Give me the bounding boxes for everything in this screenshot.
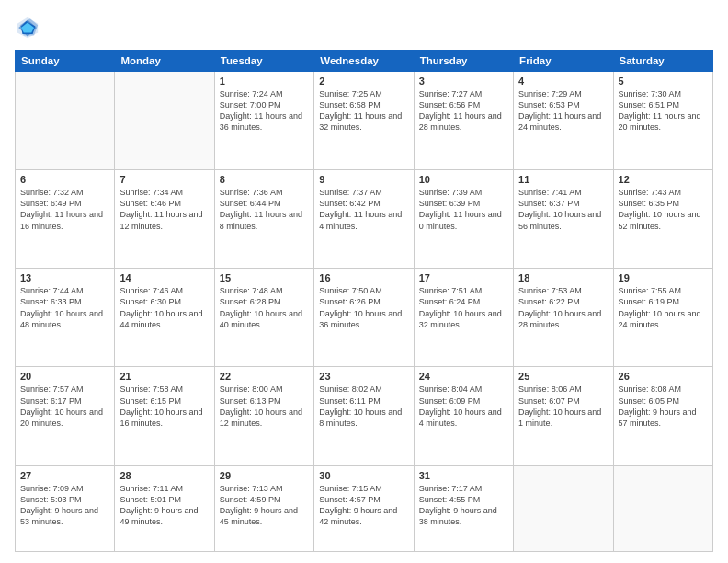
day-number: 16 — [319, 272, 408, 283]
calendar-cell: 20Sunrise: 7:57 AMSunset: 6:17 PMDayligh… — [16, 367, 115, 465]
day-number: 15 — [220, 272, 309, 283]
day-number: 11 — [518, 174, 608, 185]
day-info: Sunset: 7:00 PM — [220, 99, 309, 110]
day-number: 22 — [220, 371, 309, 382]
day-header-friday: Friday — [514, 51, 613, 72]
day-info: Sunset: 6:39 PM — [419, 198, 508, 209]
day-info: Daylight: 10 hours and 20 minutes. — [20, 407, 109, 429]
week-row-3: 13Sunrise: 7:44 AMSunset: 6:33 PMDayligh… — [16, 269, 713, 367]
day-number: 28 — [119, 470, 209, 481]
day-info: Sunrise: 8:08 AM — [619, 384, 708, 395]
calendar-cell — [613, 465, 712, 552]
day-info: Daylight: 10 hours and 24 minutes. — [619, 308, 708, 330]
day-info: Sunrise: 7:58 AM — [119, 384, 209, 395]
day-info: Daylight: 9 hours and 49 minutes. — [119, 505, 209, 527]
day-header-tuesday: Tuesday — [214, 51, 313, 72]
day-number: 13 — [20, 272, 109, 283]
day-info: Daylight: 10 hours and 1 minute. — [518, 407, 608, 429]
day-info: Daylight: 9 hours and 45 minutes. — [220, 505, 309, 527]
calendar-cell: 12Sunrise: 7:43 AMSunset: 6:35 PMDayligh… — [613, 170, 712, 269]
calendar-cell: 22Sunrise: 8:00 AMSunset: 6:13 PMDayligh… — [214, 367, 313, 465]
week-row-5: 27Sunrise: 7:09 AMSunset: 5:03 PMDayligh… — [16, 465, 713, 552]
day-number: 6 — [20, 174, 109, 185]
calendar-cell: 2Sunrise: 7:25 AMSunset: 6:58 PMDaylight… — [314, 72, 414, 170]
day-info: Daylight: 9 hours and 42 minutes. — [319, 505, 408, 527]
day-number: 14 — [119, 272, 209, 283]
calendar-cell: 27Sunrise: 7:09 AMSunset: 5:03 PMDayligh… — [16, 465, 115, 552]
day-info: Sunrise: 7:25 AM — [319, 88, 408, 99]
day-info: Sunset: 6:17 PM — [20, 396, 109, 407]
day-header-monday: Monday — [115, 51, 214, 72]
day-number: 20 — [20, 371, 109, 382]
calendar-cell: 30Sunrise: 7:15 AMSunset: 4:57 PMDayligh… — [314, 465, 414, 552]
day-number: 27 — [20, 470, 109, 481]
calendar-cell: 23Sunrise: 8:02 AMSunset: 6:11 PMDayligh… — [314, 367, 414, 465]
day-info: Sunset: 6:51 PM — [619, 99, 708, 110]
day-info: Sunrise: 7:24 AM — [220, 88, 309, 99]
day-info: Sunset: 6:09 PM — [419, 396, 508, 407]
day-info: Daylight: 11 hours and 16 minutes. — [20, 209, 109, 231]
day-info: Sunset: 6:26 PM — [319, 296, 408, 307]
day-info: Sunset: 6:42 PM — [319, 198, 408, 209]
day-number: 26 — [619, 371, 708, 382]
day-number: 21 — [119, 371, 209, 382]
calendar-cell: 19Sunrise: 7:55 AMSunset: 6:19 PMDayligh… — [613, 269, 712, 367]
day-info: Sunset: 6:24 PM — [419, 296, 508, 307]
day-number: 30 — [319, 470, 408, 481]
day-info: Sunset: 6:35 PM — [619, 198, 708, 209]
day-info: Sunset: 6:58 PM — [319, 99, 408, 110]
page: SundayMondayTuesdayWednesdayThursdayFrid… — [0, 0, 728, 563]
day-info: Sunrise: 7:50 AM — [319, 285, 408, 296]
day-info: Sunset: 6:19 PM — [619, 296, 708, 307]
day-number: 9 — [319, 174, 408, 185]
day-info: Daylight: 11 hours and 36 minutes. — [220, 110, 309, 132]
day-info: Daylight: 11 hours and 8 minutes. — [220, 209, 309, 231]
day-info: Daylight: 10 hours and 40 minutes. — [220, 308, 309, 330]
day-info: Sunrise: 7:48 AM — [220, 285, 309, 296]
day-info: Daylight: 10 hours and 44 minutes. — [119, 308, 209, 330]
calendar-cell: 16Sunrise: 7:50 AMSunset: 6:26 PMDayligh… — [314, 269, 414, 367]
calendar-cell: 24Sunrise: 8:04 AMSunset: 6:09 PMDayligh… — [414, 367, 513, 465]
calendar-cell — [115, 72, 214, 170]
calendar-cell: 17Sunrise: 7:51 AMSunset: 6:24 PMDayligh… — [414, 269, 513, 367]
day-info: Sunset: 6:22 PM — [518, 296, 608, 307]
calendar-cell: 31Sunrise: 7:17 AMSunset: 4:55 PMDayligh… — [414, 465, 513, 552]
calendar-table: SundayMondayTuesdayWednesdayThursdayFrid… — [15, 50, 713, 552]
day-number: 17 — [419, 272, 508, 283]
day-info: Daylight: 11 hours and 28 minutes. — [419, 110, 508, 132]
calendar-cell: 15Sunrise: 7:48 AMSunset: 6:28 PMDayligh… — [214, 269, 313, 367]
calendar-cell: 4Sunrise: 7:29 AMSunset: 6:53 PMDaylight… — [514, 72, 613, 170]
day-info: Sunrise: 7:17 AM — [419, 483, 508, 494]
day-info: Sunrise: 7:57 AM — [20, 384, 109, 395]
day-number: 12 — [619, 174, 708, 185]
day-info: Sunset: 6:33 PM — [20, 296, 109, 307]
day-info: Daylight: 10 hours and 56 minutes. — [518, 209, 608, 231]
day-info: Daylight: 10 hours and 52 minutes. — [619, 209, 708, 231]
day-info: Sunrise: 7:15 AM — [319, 483, 408, 494]
day-info: Daylight: 11 hours and 32 minutes. — [319, 110, 408, 132]
day-info: Sunset: 4:57 PM — [319, 494, 408, 505]
day-info: Sunrise: 7:30 AM — [619, 88, 708, 99]
day-info: Sunset: 5:03 PM — [20, 494, 109, 505]
day-info: Sunset: 4:59 PM — [220, 494, 309, 505]
day-info: Sunrise: 7:53 AM — [518, 285, 608, 296]
calendar-cell: 26Sunrise: 8:08 AMSunset: 6:05 PMDayligh… — [613, 367, 712, 465]
day-number: 2 — [319, 75, 408, 86]
day-info: Sunrise: 7:36 AM — [220, 187, 309, 198]
day-info: Sunrise: 7:39 AM — [419, 187, 508, 198]
calendar-cell: 11Sunrise: 7:41 AMSunset: 6:37 PMDayligh… — [514, 170, 613, 269]
day-number: 29 — [220, 470, 309, 481]
day-info: Sunset: 6:44 PM — [220, 198, 309, 209]
day-info: Sunrise: 8:00 AM — [220, 384, 309, 395]
day-info: Sunset: 6:49 PM — [20, 198, 109, 209]
day-info: Sunrise: 7:41 AM — [518, 187, 608, 198]
day-info: Sunrise: 7:37 AM — [319, 187, 408, 198]
day-number: 7 — [119, 174, 209, 185]
day-info: Daylight: 10 hours and 4 minutes. — [419, 407, 508, 429]
day-info: Daylight: 10 hours and 8 minutes. — [319, 407, 408, 429]
calendar-cell: 14Sunrise: 7:46 AMSunset: 6:30 PMDayligh… — [115, 269, 214, 367]
day-info: Sunset: 6:56 PM — [419, 99, 508, 110]
day-header-saturday: Saturday — [613, 51, 712, 72]
day-number: 31 — [419, 470, 508, 481]
day-number: 23 — [319, 371, 408, 382]
